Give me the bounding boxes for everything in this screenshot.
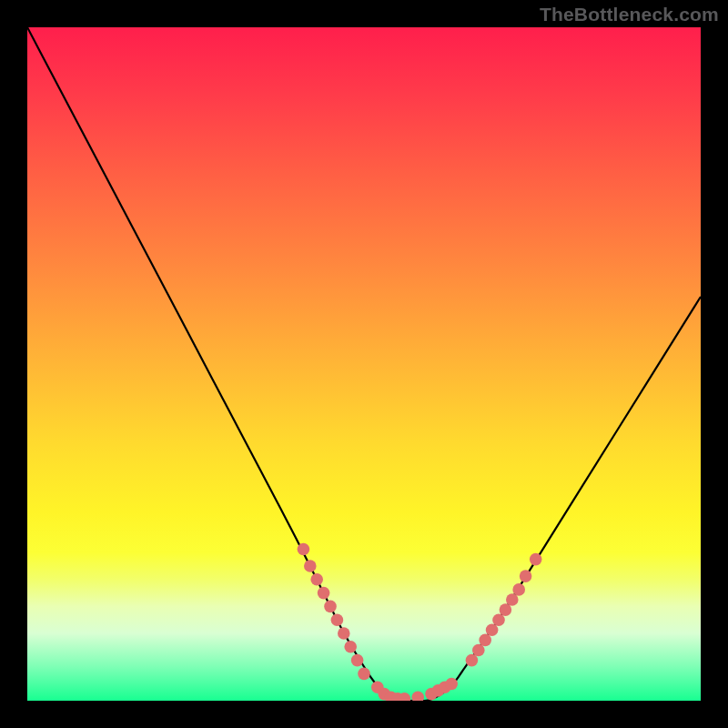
data-marker xyxy=(445,678,458,691)
data-marker xyxy=(492,613,505,626)
data-marker xyxy=(298,543,310,556)
marker-group xyxy=(298,543,542,701)
curve-svg xyxy=(27,27,701,701)
data-marker xyxy=(479,634,491,647)
chart-frame: TheBottleneck.com xyxy=(0,0,728,728)
data-marker xyxy=(512,583,525,596)
data-marker xyxy=(331,613,344,626)
data-marker xyxy=(344,641,357,653)
data-marker xyxy=(506,593,519,606)
plot-area xyxy=(27,27,701,701)
data-marker xyxy=(466,654,479,667)
data-marker xyxy=(351,654,364,667)
data-marker xyxy=(530,553,542,566)
data-marker xyxy=(324,601,337,613)
data-marker xyxy=(500,603,512,616)
watermark-text: TheBottleneck.com xyxy=(540,4,719,25)
data-marker xyxy=(520,570,532,582)
data-marker xyxy=(318,587,330,600)
data-marker xyxy=(472,644,485,657)
data-marker xyxy=(310,573,323,586)
data-marker xyxy=(338,627,350,640)
bottleneck-curve-path xyxy=(27,27,701,701)
data-marker xyxy=(411,692,424,702)
data-marker xyxy=(486,624,499,637)
data-marker xyxy=(304,560,317,572)
data-marker xyxy=(358,668,370,681)
